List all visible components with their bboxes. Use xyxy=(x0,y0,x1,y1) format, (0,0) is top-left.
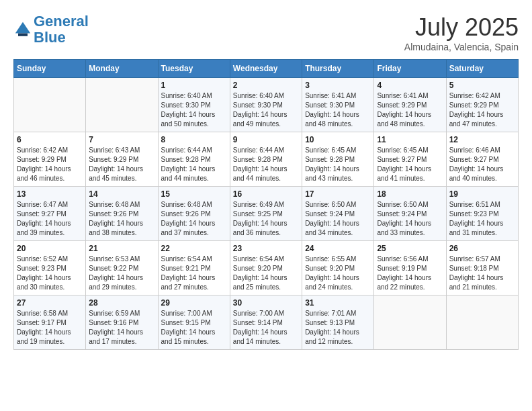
calendar-day-cell: 10Sunrise: 6:45 AMSunset: 9:28 PMDayligh… xyxy=(302,132,374,187)
day-number: 31 xyxy=(305,298,371,308)
calendar-day-cell: 30Sunrise: 7:00 AMSunset: 9:14 PMDayligh… xyxy=(230,295,302,350)
day-info: Sunrise: 6:44 AMSunset: 9:28 PMDaylight:… xyxy=(161,146,227,183)
day-number: 10 xyxy=(305,135,371,144)
day-number: 29 xyxy=(161,298,227,308)
day-number: 4 xyxy=(377,81,443,90)
day-info: Sunrise: 6:42 AMSunset: 9:29 PMDaylight:… xyxy=(449,91,515,129)
day-info: Sunrise: 6:47 AMSunset: 9:27 PMDaylight:… xyxy=(17,200,83,238)
page-header: General Blue July 2025 Almudaina, Valenc… xyxy=(13,13,519,52)
day-number: 9 xyxy=(233,135,299,144)
day-info: Sunrise: 6:48 AMSunset: 9:26 PMDaylight:… xyxy=(161,200,227,238)
weekday-header: Friday xyxy=(374,60,446,78)
calendar-day-cell: 24Sunrise: 6:55 AMSunset: 9:20 PMDayligh… xyxy=(302,241,374,295)
day-number: 23 xyxy=(233,244,299,253)
weekday-row: SundayMondayTuesdayWednesdayThursdayFrid… xyxy=(14,60,519,78)
day-number: 11 xyxy=(377,135,443,144)
calendar-body: 1Sunrise: 6:40 AMSunset: 9:30 PMDaylight… xyxy=(14,78,519,350)
calendar-day-cell xyxy=(446,295,518,350)
calendar-day-cell: 11Sunrise: 6:45 AMSunset: 9:27 PMDayligh… xyxy=(374,132,446,187)
day-number: 14 xyxy=(89,189,154,199)
day-info: Sunrise: 7:00 AMSunset: 9:14 PMDaylight:… xyxy=(233,309,299,347)
day-number: 3 xyxy=(305,81,371,90)
day-info: Sunrise: 6:40 AMSunset: 9:30 PMDaylight:… xyxy=(161,91,227,129)
calendar-day-cell: 15Sunrise: 6:48 AMSunset: 9:26 PMDayligh… xyxy=(158,187,230,241)
weekday-header: Tuesday xyxy=(158,60,230,78)
day-info: Sunrise: 6:56 AMSunset: 9:19 PMDaylight:… xyxy=(377,255,443,292)
calendar-day-cell: 2Sunrise: 6:40 AMSunset: 9:30 PMDaylight… xyxy=(230,78,302,132)
calendar-day-cell: 26Sunrise: 6:57 AMSunset: 9:18 PMDayligh… xyxy=(446,241,518,295)
day-number: 13 xyxy=(17,189,83,199)
day-number: 16 xyxy=(233,189,299,199)
day-number: 18 xyxy=(377,189,443,199)
calendar-day-cell: 5Sunrise: 6:42 AMSunset: 9:29 PMDaylight… xyxy=(446,78,518,132)
day-info: Sunrise: 6:44 AMSunset: 9:28 PMDaylight:… xyxy=(233,146,299,183)
day-number: 27 xyxy=(17,298,83,308)
calendar-day-cell: 13Sunrise: 6:47 AMSunset: 9:27 PMDayligh… xyxy=(14,187,86,241)
svg-marker-0 xyxy=(15,22,30,34)
day-info: Sunrise: 6:51 AMSunset: 9:23 PMDaylight:… xyxy=(449,200,515,238)
calendar-week-row: 20Sunrise: 6:52 AMSunset: 9:23 PMDayligh… xyxy=(14,241,519,295)
calendar-day-cell: 12Sunrise: 6:46 AMSunset: 9:27 PMDayligh… xyxy=(446,132,518,187)
logo-blue: Blue xyxy=(34,29,66,46)
location: Almudaina, Valencia, Spain xyxy=(404,42,519,52)
day-info: Sunrise: 6:42 AMSunset: 9:29 PMDaylight:… xyxy=(17,146,83,183)
day-info: Sunrise: 6:45 AMSunset: 9:27 PMDaylight:… xyxy=(377,146,443,183)
calendar-week-row: 27Sunrise: 6:58 AMSunset: 9:17 PMDayligh… xyxy=(14,295,519,350)
calendar-header: SundayMondayTuesdayWednesdayThursdayFrid… xyxy=(14,60,519,78)
day-info: Sunrise: 7:00 AMSunset: 9:15 PMDaylight:… xyxy=(161,309,227,347)
calendar-day-cell xyxy=(14,78,86,132)
calendar-day-cell xyxy=(374,295,446,350)
calendar-week-row: 6Sunrise: 6:42 AMSunset: 9:29 PMDaylight… xyxy=(14,132,519,187)
day-info: Sunrise: 6:41 AMSunset: 9:29 PMDaylight:… xyxy=(377,91,443,129)
calendar-day-cell: 23Sunrise: 6:54 AMSunset: 9:20 PMDayligh… xyxy=(230,241,302,295)
day-info: Sunrise: 6:50 AMSunset: 9:24 PMDaylight:… xyxy=(305,200,371,238)
calendar-day-cell xyxy=(86,78,158,132)
calendar-table: SundayMondayTuesdayWednesdayThursdayFrid… xyxy=(13,59,519,350)
logo-general: General xyxy=(34,13,89,30)
day-number: 19 xyxy=(449,189,515,199)
day-info: Sunrise: 6:55 AMSunset: 9:20 PMDaylight:… xyxy=(305,255,371,292)
calendar-day-cell: 21Sunrise: 6:53 AMSunset: 9:22 PMDayligh… xyxy=(86,241,158,295)
calendar-day-cell: 31Sunrise: 7:01 AMSunset: 9:13 PMDayligh… xyxy=(302,295,374,350)
day-info: Sunrise: 6:41 AMSunset: 9:30 PMDaylight:… xyxy=(305,91,371,129)
calendar-day-cell: 18Sunrise: 6:50 AMSunset: 9:24 PMDayligh… xyxy=(374,187,446,241)
calendar-day-cell: 8Sunrise: 6:44 AMSunset: 9:28 PMDaylight… xyxy=(158,132,230,187)
calendar-day-cell: 16Sunrise: 6:49 AMSunset: 9:25 PMDayligh… xyxy=(230,187,302,241)
logo-icon xyxy=(13,20,32,39)
day-number: 24 xyxy=(305,244,371,253)
day-number: 12 xyxy=(449,135,515,144)
calendar-day-cell: 4Sunrise: 6:41 AMSunset: 9:29 PMDaylight… xyxy=(374,78,446,132)
day-number: 5 xyxy=(449,81,515,90)
calendar-week-row: 13Sunrise: 6:47 AMSunset: 9:27 PMDayligh… xyxy=(14,187,519,241)
day-info: Sunrise: 7:01 AMSunset: 9:13 PMDaylight:… xyxy=(305,309,371,347)
calendar-day-cell: 1Sunrise: 6:40 AMSunset: 9:30 PMDaylight… xyxy=(158,78,230,132)
month-year: July 2025 xyxy=(404,13,519,42)
calendar-day-cell: 3Sunrise: 6:41 AMSunset: 9:30 PMDaylight… xyxy=(302,78,374,132)
calendar-day-cell: 22Sunrise: 6:54 AMSunset: 9:21 PMDayligh… xyxy=(158,241,230,295)
day-number: 28 xyxy=(89,298,154,308)
weekday-header: Sunday xyxy=(14,60,86,78)
day-number: 6 xyxy=(17,135,83,144)
day-number: 21 xyxy=(89,244,154,253)
day-number: 20 xyxy=(17,244,83,253)
logo: General Blue xyxy=(13,13,89,46)
title-block: July 2025 Almudaina, Valencia, Spain xyxy=(404,13,519,52)
day-number: 7 xyxy=(89,135,154,144)
weekday-header: Monday xyxy=(86,60,158,78)
calendar-day-cell: 20Sunrise: 6:52 AMSunset: 9:23 PMDayligh… xyxy=(14,241,86,295)
svg-rect-1 xyxy=(18,34,28,36)
day-info: Sunrise: 6:40 AMSunset: 9:30 PMDaylight:… xyxy=(233,91,299,129)
calendar-day-cell: 27Sunrise: 6:58 AMSunset: 9:17 PMDayligh… xyxy=(14,295,86,350)
day-info: Sunrise: 6:57 AMSunset: 9:18 PMDaylight:… xyxy=(449,255,515,292)
weekday-header: Wednesday xyxy=(230,60,302,78)
calendar-day-cell: 7Sunrise: 6:43 AMSunset: 9:29 PMDaylight… xyxy=(86,132,158,187)
day-number: 8 xyxy=(161,135,227,144)
day-info: Sunrise: 6:53 AMSunset: 9:22 PMDaylight:… xyxy=(89,255,154,292)
day-number: 17 xyxy=(305,189,371,199)
day-info: Sunrise: 6:46 AMSunset: 9:27 PMDaylight:… xyxy=(449,146,515,183)
day-info: Sunrise: 6:54 AMSunset: 9:20 PMDaylight:… xyxy=(233,255,299,292)
calendar-day-cell: 9Sunrise: 6:44 AMSunset: 9:28 PMDaylight… xyxy=(230,132,302,187)
day-number: 2 xyxy=(233,81,299,90)
calendar-week-row: 1Sunrise: 6:40 AMSunset: 9:30 PMDaylight… xyxy=(14,78,519,132)
weekday-header: Saturday xyxy=(446,60,518,78)
